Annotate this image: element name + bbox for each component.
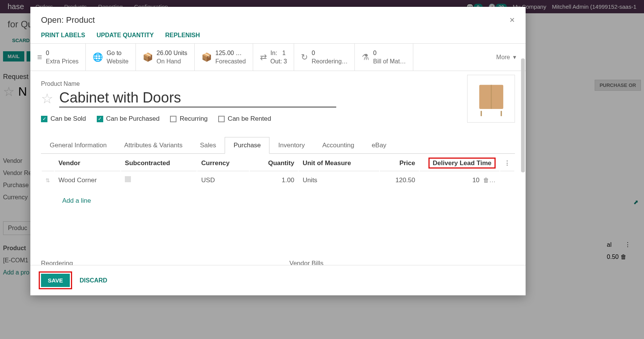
can-be-purchased-checkbox[interactable]: ✓Can be Purchased xyxy=(97,115,160,123)
onhand-label: On Hand xyxy=(157,57,187,66)
scrollbar[interactable] xyxy=(521,58,525,172)
tab-attributes-variants[interactable]: Attributes & Variants xyxy=(115,137,191,154)
col-subcontracted: Subcontracted xyxy=(121,155,197,171)
drag-handle-icon[interactable]: ⇅ xyxy=(46,177,50,183)
sold-label: Can be Sold xyxy=(50,115,86,123)
out-label: Out: xyxy=(271,58,282,65)
purchased-label: Can be Purchased xyxy=(106,115,160,123)
product-name-input[interactable] xyxy=(59,90,336,107)
forecast-label: Forecasted xyxy=(216,57,246,66)
cell-uom[interactable]: Units xyxy=(299,172,379,188)
reorder-value: 0 xyxy=(312,49,348,57)
save-button[interactable]: SAVE xyxy=(41,274,70,287)
tab-purchase[interactable]: Purchase xyxy=(225,137,269,154)
forecast-stat[interactable]: 📦 125.00 …Forecasted xyxy=(195,44,253,71)
bom-value: 0 xyxy=(373,49,406,57)
can-be-rented-checkbox[interactable]: Can be Rented xyxy=(218,115,271,123)
extra-prices-value: 0 xyxy=(46,49,79,57)
reorder-label: Reordering… xyxy=(312,57,348,66)
cell-dlt[interactable]: 10 xyxy=(472,177,480,184)
can-be-sold-checkbox[interactable]: ✓Can be Sold xyxy=(41,115,86,123)
cell-price[interactable]: 120.50 xyxy=(380,172,419,188)
subcontracted-checkbox[interactable] xyxy=(125,176,131,182)
discard-button[interactable]: DISCARD xyxy=(80,277,107,284)
chevron-down-icon: ▾ xyxy=(513,54,516,61)
globe-icon: 🌐 xyxy=(93,52,103,62)
forecast-icon: 📦 xyxy=(202,52,212,62)
favorite-star-icon[interactable]: ☆ xyxy=(41,91,53,107)
product-name-label: Product Name xyxy=(41,80,515,87)
website-top: Go to xyxy=(107,49,129,57)
extra-prices-stat[interactable]: ≡ 0Extra Prices xyxy=(30,44,86,71)
extra-prices-label: Extra Prices xyxy=(46,57,79,66)
in-label: In: xyxy=(271,50,277,56)
product-image[interactable] xyxy=(467,75,515,123)
product-modal: Open: Product ✕ PRINT LABELS UPDATE QUAN… xyxy=(30,7,526,295)
tab-general-information[interactable]: General Information xyxy=(41,137,115,154)
rented-label: Can be Rented xyxy=(228,115,271,123)
cell-currency[interactable]: USD xyxy=(197,172,249,188)
onhand-stat[interactable]: 📦 26.00 UnitsOn Hand xyxy=(136,44,195,71)
bom-label: Bill of Mat… xyxy=(373,57,406,66)
add-line-link[interactable]: Add a line xyxy=(58,193,95,208)
col-delivery-lead-time: Delivery Lead Time xyxy=(428,158,496,169)
row-more-icon: … xyxy=(489,177,496,184)
col-price: Price xyxy=(380,155,419,171)
tab-inventory[interactable]: Inventory xyxy=(269,137,313,154)
col-vendor: Vendor xyxy=(55,155,120,171)
refresh-icon: ↻ xyxy=(301,52,308,62)
update-quantity-link[interactable]: UPDATE QUANTITY xyxy=(96,32,154,39)
modal-title: Open: Product xyxy=(41,15,95,25)
more-dropdown[interactable]: More ▾ xyxy=(487,44,526,71)
recurring-checkbox[interactable]: Recurring xyxy=(170,115,208,123)
col-uom: Unit of Measure xyxy=(299,155,379,171)
bom-stat[interactable]: ⚗ 0Bill of Mat… xyxy=(355,44,413,71)
recurring-label: Recurring xyxy=(180,115,208,123)
list-icon: ≡ xyxy=(37,52,42,62)
vendor-table: Vendor Subcontracted Currency Quantity U… xyxy=(41,154,515,213)
product-tabs: General Information Attributes & Variant… xyxy=(41,137,515,154)
in-value: 1 xyxy=(282,50,286,56)
delete-row-icon[interactable]: 🗑 xyxy=(483,177,489,183)
cell-quantity[interactable]: 1.00 xyxy=(250,172,298,188)
reordering-stat[interactable]: ↻ 0Reordering… xyxy=(294,44,355,71)
more-label: More xyxy=(496,54,510,61)
vendor-row[interactable]: ⇅ Wood Corner USD 1.00 Units 120.50 10 🗑… xyxy=(42,172,514,188)
onhand-value: 26.00 Units xyxy=(157,49,187,57)
vendor-bills-title: Vendor Bills xyxy=(290,260,515,265)
col-currency: Currency xyxy=(197,155,249,171)
tab-sales[interactable]: Sales xyxy=(191,137,225,154)
print-labels-link[interactable]: PRINT LABELS xyxy=(41,32,85,39)
replenish-link[interactable]: REPLENISH xyxy=(165,32,200,39)
inout-stat[interactable]: ⇄ In: 1 Out: 3 xyxy=(253,44,294,71)
cell-vendor[interactable]: Wood Corner xyxy=(55,172,120,188)
transfer-icon: ⇄ xyxy=(260,52,267,62)
stat-bar: ≡ 0Extra Prices 🌐 Go toWebsite 📦 26.00 U… xyxy=(30,44,526,71)
tab-ebay[interactable]: eBay xyxy=(363,137,395,154)
table-options-icon[interactable]: ⋮ xyxy=(504,159,510,167)
website-bot: Website xyxy=(107,57,129,66)
forecast-value: 125.00 … xyxy=(216,49,246,57)
website-stat[interactable]: 🌐 Go toWebsite xyxy=(86,44,136,71)
col-quantity: Quantity xyxy=(250,155,298,171)
tab-accounting[interactable]: Accounting xyxy=(313,137,363,154)
boxes-icon: 📦 xyxy=(143,52,153,62)
close-button[interactable]: ✕ xyxy=(509,16,515,24)
reordering-title: Reordering xyxy=(41,260,267,265)
flask-icon: ⚗ xyxy=(362,52,369,62)
out-value: 3 xyxy=(283,58,287,65)
